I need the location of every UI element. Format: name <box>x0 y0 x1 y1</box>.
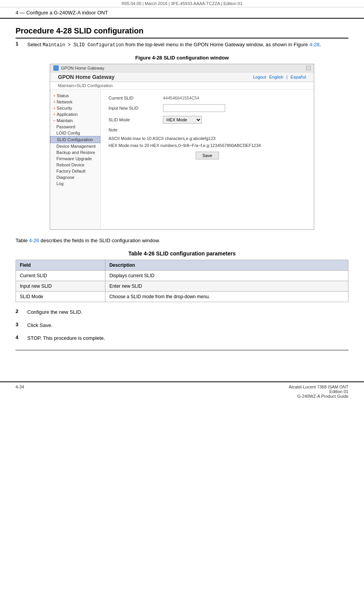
sidebar-sub-slid[interactable]: SLID Configuration <box>50 136 100 143</box>
figure-container: Figure 4-28 SLID configuration window GP… <box>16 55 348 230</box>
gpon-window: GPON Home Gateway GPON Home Gateway Logo… <box>50 64 314 230</box>
table-cell-field-2: Input new SLID <box>16 281 105 292</box>
step-number-3: 3 <box>16 322 27 327</box>
step-number-1: 1 <box>16 41 27 47</box>
lang-english[interactable]: English <box>269 75 283 79</box>
field-row-note-label: Note <box>108 128 306 132</box>
plus-icon-security: + <box>53 106 56 110</box>
table-cell-field-1: Current SLID <box>16 271 105 281</box>
table-header-description: Description <box>105 260 348 271</box>
step-text-2: Configure the new SLID. <box>27 308 348 316</box>
table-caption: Table 4-26 SLID configuration parameters <box>16 250 348 257</box>
footer-guide-name: G-240WZ-A Product Guide <box>289 394 348 399</box>
field-row-new-slid: Input New SLID <box>108 104 306 112</box>
sidebar-sub-diagnose[interactable]: Diagnose <box>50 174 100 180</box>
step1-menu-path: Maintain > SLID Configuration <box>43 42 124 48</box>
field-label-current-slid: Current SLID <box>108 96 163 100</box>
table-cell-desc-2: Enter new SLID <box>105 281 348 292</box>
sidebar-sub-backup[interactable]: Backup and Restore <box>50 149 100 156</box>
gpon-topnav: GPON Home Gateway Logout English | Españ… <box>50 72 314 82</box>
footer-edition: Edition 01 <box>289 389 348 394</box>
sidebar-label-security: Security <box>57 106 72 110</box>
gpon-close-button[interactable] <box>306 66 311 70</box>
sidebar-item-status[interactable]: + Status <box>50 93 100 99</box>
step-number-2: 2 <box>16 308 27 314</box>
field-row-slid-mode: SLID Mode HEX Mode ASCII Mode <box>108 116 306 124</box>
step-4: 4 STOP. This procedure is complete. <box>16 334 348 342</box>
gpon-title-bar: GPON Home Gateway <box>50 64 314 72</box>
footer-product-name: Alcatel-Lucent 7368 ISAM ONT <box>289 385 348 389</box>
sidebar-label-maintain: Maintain <box>57 118 73 123</box>
sidebar-sub-reboot[interactable]: Reboot Device <box>50 162 100 168</box>
gpon-window-icon <box>53 65 59 71</box>
gpon-topnav-right: Logout English | Español <box>253 75 306 79</box>
footer-page-number: 4-34 <box>16 385 24 399</box>
sidebar-label-application: Application <box>57 112 78 117</box>
sidebar-label-status: Status <box>57 93 69 98</box>
footer-product-info: Alcatel-Lucent 7368 ISAM ONT Edition 01 … <box>289 385 348 399</box>
sidebar-sub-loid[interactable]: LOID Config <box>50 130 100 136</box>
lang-spanish[interactable]: Español <box>290 75 306 79</box>
step-text-3: Click Save. <box>27 322 348 329</box>
slid-mode-select[interactable]: HEX Mode ASCII Mode <box>163 116 202 124</box>
table-row: SLID Mode Choose a SLID mode from the dr… <box>16 292 348 302</box>
step-text-4: STOP. This procedure is complete. <box>27 334 348 342</box>
step-3: 3 Click Save. <box>16 322 348 329</box>
sidebar-item-security[interactable]: + Security <box>50 105 100 111</box>
page-footer: 4-34 Alcatel-Lucent 7368 ISAM ONT Editio… <box>0 381 364 401</box>
gpon-topnav-title: GPON Home Gateway <box>58 74 115 80</box>
procedure-title: Procedure 4-28 SLID configuration <box>16 26 348 38</box>
sidebar-sub-factory[interactable]: Factory Default <box>50 168 100 174</box>
logout-button[interactable]: Logout <box>253 75 266 79</box>
table-row: Input new SLID Enter new SLID <box>16 281 348 292</box>
note-ascii: ASCII Mode:max to 10 ASCII characters,e.… <box>108 136 306 141</box>
gpon-sidebar: + Status + Network + Security + Applicat… <box>50 89 101 229</box>
table-cell-desc-1: Displays current SLID <box>105 271 348 281</box>
main-content: Procedure 4-28 SLID configuration 1 Sele… <box>0 19 364 366</box>
plus-icon-application: + <box>53 112 56 117</box>
table-cell-desc-3: Choose a SLID mode from the drop-down me… <box>105 292 348 302</box>
sidebar-sub-log[interactable]: Log <box>50 180 100 187</box>
note-label: Note <box>108 128 163 132</box>
note-hex: HEX Mode:max to 20 HEX numbers,0~9/A~F/a… <box>108 143 306 148</box>
table-ref-text: Table 4-26 describes the fields in the S… <box>16 238 348 243</box>
field-label-slid-mode: SLID Mode <box>108 117 163 122</box>
table-header-field: Field <box>16 260 105 271</box>
gpon-title-bar-text: GPON Home Gateway <box>61 66 104 70</box>
step-text-1: Select Maintain > SLID Configuration fro… <box>27 41 348 49</box>
step-2: 2 Configure the new SLID. <box>16 308 348 316</box>
field-label-new-slid: Input New SLID <box>108 106 163 110</box>
chapter-header: 4 — Configure a G-240WZ-A indoor ONT <box>0 7 364 19</box>
sidebar-label-network: Network <box>57 100 72 104</box>
section-divider <box>16 350 348 350</box>
header-text: R05.04.00 | March 2016 | 3FE-45933-AAAA-… <box>122 1 243 6</box>
step1-figure-link[interactable]: 4-28 <box>309 42 319 47</box>
page-header: R05.04.00 | March 2016 | 3FE-45933-AAAA-… <box>0 0 364 7</box>
sidebar-item-maintain[interactable]: − Maintain <box>50 117 100 124</box>
sidebar-item-application[interactable]: + Application <box>50 111 100 117</box>
minus-icon-maintain: − <box>53 119 56 123</box>
step-number-4: 4 <box>16 334 27 340</box>
gpon-content-area: Current SLID 444546641554C54 Input New S… <box>101 89 314 229</box>
plus-icon-status: + <box>53 94 56 98</box>
table-link[interactable]: 4-26 <box>29 238 39 243</box>
chapter-title: 4 — Configure a G-240WZ-A indoor ONT <box>16 10 108 16</box>
table-row: Current SLID Displays current SLID <box>16 271 348 281</box>
table-cell-field-3: SLID Mode <box>16 292 105 302</box>
gpon-main-layout: + Status + Network + Security + Applicat… <box>50 89 314 229</box>
input-new-slid[interactable] <box>163 104 225 112</box>
sidebar-item-network[interactable]: + Network <box>50 99 100 105</box>
params-table: Field Description Current SLID Displays … <box>16 260 348 302</box>
sidebar-sub-password[interactable]: Password <box>50 124 100 130</box>
figure-caption: Figure 4-28 SLID configuration window <box>16 55 348 61</box>
plus-icon-network: + <box>53 100 56 104</box>
sidebar-sub-firmware[interactable]: Firmware Upgrade <box>50 156 100 162</box>
gpon-breadcrumb: Maintain>SLID Configuration <box>50 82 314 89</box>
save-button[interactable]: Save <box>196 152 219 159</box>
step-1: 1 Select Maintain > SLID Configuration f… <box>16 41 348 49</box>
field-value-current-slid: 444546641554C54 <box>163 96 200 100</box>
sidebar-sub-device[interactable]: Device Management <box>50 143 100 149</box>
field-row-current-slid: Current SLID 444546641554C54 <box>108 96 306 100</box>
